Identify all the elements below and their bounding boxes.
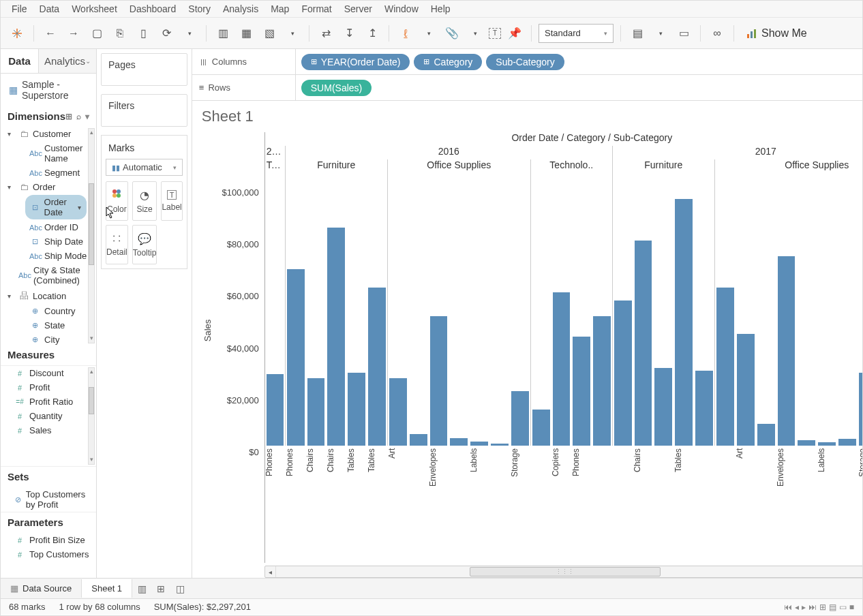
menu-window[interactable]: Window <box>384 3 419 14</box>
duplicate-icon[interactable]: ▦ <box>237 24 256 43</box>
search-icon[interactable]: ⌕ <box>76 112 81 121</box>
bar[interactable] <box>430 316 448 446</box>
tableau-logo-icon[interactable] <box>7 24 27 43</box>
filters-card[interactable]: Filters <box>101 94 187 127</box>
marklabel-icon[interactable]: T <box>489 28 501 39</box>
pill-category[interactable]: ⊞Category <box>414 54 482 70</box>
bar[interactable] <box>389 378 407 446</box>
scroll-left-icon[interactable]: ◂ <box>265 566 276 577</box>
pause-auto-icon[interactable]: ▯ <box>134 24 153 43</box>
horizontal-scrollbar[interactable]: ◂ ⋮⋮⋮ ▸ <box>264 566 863 578</box>
refresh-dd-icon[interactable]: ▾ <box>180 24 199 43</box>
back-icon[interactable]: ← <box>41 24 60 43</box>
measure-item[interactable]: #Discount <box>1 366 96 380</box>
folder-order[interactable]: ▾🗀Order <box>1 180 96 194</box>
bar[interactable] <box>553 292 571 446</box>
bar[interactable] <box>410 434 427 446</box>
rows-shelf[interactable]: ≡Rows SUM(Sales) <box>192 75 863 101</box>
menu-story[interactable]: Story <box>188 3 211 14</box>
save-icon[interactable]: ▢ <box>87 24 106 43</box>
new-story-tab-icon[interactable]: ◫ <box>170 583 190 594</box>
sort-desc-icon[interactable]: ↥ <box>363 24 382 43</box>
bar[interactable] <box>593 316 611 446</box>
menu-help[interactable]: Help <box>431 3 451 14</box>
tooltip-button[interactable]: 💬 Tooltip <box>132 225 157 264</box>
view-slide-icon[interactable]: ▭ <box>839 602 847 612</box>
sheet-title[interactable]: Sheet 1 <box>192 101 863 132</box>
dimension-order-date[interactable]: ⊡Order Date <box>25 195 87 219</box>
detail-button[interactable]: ⸬ Detail <box>106 225 128 264</box>
swap-icon[interactable]: ⇄ <box>316 24 335 43</box>
bar[interactable] <box>348 373 365 446</box>
highlight-dd-icon[interactable]: ▾ <box>419 24 438 43</box>
category-header[interactable]: Furniture <box>285 159 387 173</box>
view-mode-icon[interactable]: ⊞ <box>65 112 72 121</box>
measure-item[interactable]: #Sales <box>1 423 96 437</box>
menu-analysis[interactable]: Analysis <box>223 3 258 14</box>
size-button[interactable]: ◔ Size <box>132 181 157 221</box>
bar[interactable] <box>307 378 325 446</box>
menu-map[interactable]: Map <box>271 3 289 14</box>
set-item[interactable]: ⊘ Top Customers by Profit <box>1 487 96 512</box>
nav-next-icon[interactable]: ▸ <box>802 602 806 612</box>
menu-format[interactable]: Format <box>301 3 331 14</box>
category-header[interactable]: Furniture <box>612 159 714 173</box>
new-worksheet-icon[interactable]: ▥ <box>213 24 232 43</box>
view-film-icon[interactable]: ▤ <box>829 602 836 612</box>
view-cards-dd-icon[interactable]: ▾ <box>651 24 670 43</box>
mark-type-dropdown[interactable]: ▮▮Automatic ▾ <box>106 159 183 176</box>
dimension-item[interactable]: AbcShip Mode <box>1 249 96 263</box>
scrollbar-thumb[interactable]: ⋮⋮⋮ <box>470 567 661 576</box>
plot[interactable]: Order Date / Category / Sub-Category 201… <box>264 132 863 563</box>
new-dashboard-tab-icon[interactable]: ⊞ <box>151 583 170 594</box>
columns-shelf[interactable]: ⫼Columns ⊞YEAR(Order Date) ⊞Category Sub… <box>192 49 863 75</box>
nav-last-icon[interactable]: ⏭ <box>808 602 817 612</box>
parameter-item[interactable]: # Top Customers <box>1 547 96 561</box>
bar[interactable] <box>757 424 775 446</box>
clear-icon[interactable]: ▧ <box>260 24 279 43</box>
highlight-icon[interactable]: ℓ <box>396 24 415 43</box>
category-header[interactable]: Office Supplies <box>387 159 530 173</box>
share-icon[interactable]: ∞ <box>708 24 727 43</box>
group-dd-icon[interactable]: ▾ <box>466 24 485 43</box>
bar[interactable] <box>838 439 856 446</box>
tab-sheet-1[interactable]: Sheet 1 <box>82 579 132 598</box>
year-header[interactable]: 2015 <box>264 146 285 159</box>
show-me-button[interactable]: Show Me <box>741 27 813 40</box>
tab-analytics[interactable]: Analytics⌄ <box>38 49 96 73</box>
group-icon[interactable]: 📎 <box>442 24 461 43</box>
year-header[interactable]: 2017 <box>612 146 863 159</box>
year-header[interactable]: 2016 <box>285 146 612 159</box>
parameter-item[interactable]: # Profit Bin Size <box>1 533 96 547</box>
bar[interactable] <box>635 241 652 446</box>
tab-data-source[interactable]: ▦ Data Source <box>1 579 82 598</box>
nav-prev-icon[interactable]: ◂ <box>795 602 799 612</box>
bar[interactable] <box>675 199 693 446</box>
bar[interactable] <box>573 337 590 446</box>
presentation-icon[interactable]: ▭ <box>674 24 693 43</box>
folder-location[interactable]: ▾品Location <box>1 288 96 304</box>
view-cards-icon[interactable]: ▤ <box>628 24 647 43</box>
bar[interactable] <box>368 288 386 446</box>
dimension-item[interactable]: ⊕State <box>1 318 96 333</box>
bar[interactable] <box>614 301 632 446</box>
dimension-item[interactable]: AbcCustomer Name <box>1 141 96 166</box>
menu-data[interactable]: Data <box>40 3 60 14</box>
bar[interactable] <box>716 288 734 446</box>
category-header[interactable]: Technolo.. <box>530 159 612 173</box>
bar[interactable] <box>859 373 863 446</box>
measure-item[interactable]: #Profit <box>1 380 96 395</box>
color-button[interactable]: Color <box>106 181 128 221</box>
scrollbar-thumb[interactable] <box>89 183 94 265</box>
label-button[interactable]: T Label <box>161 181 182 221</box>
sort-asc-icon[interactable]: ↧ <box>339 24 359 43</box>
pages-card[interactable]: Pages <box>101 53 187 86</box>
measures-scrollbar[interactable]: ▴ ▾ <box>88 367 95 465</box>
new-worksheet-tab-icon[interactable]: ▥ <box>132 583 151 594</box>
menu-server[interactable]: Server <box>344 3 372 14</box>
bar[interactable] <box>695 371 713 446</box>
dimension-item[interactable]: ⊡Ship Date <box>1 234 96 249</box>
bar[interactable] <box>798 440 815 446</box>
new-data-icon[interactable]: ⎘ <box>110 24 130 43</box>
bar[interactable] <box>532 410 550 446</box>
